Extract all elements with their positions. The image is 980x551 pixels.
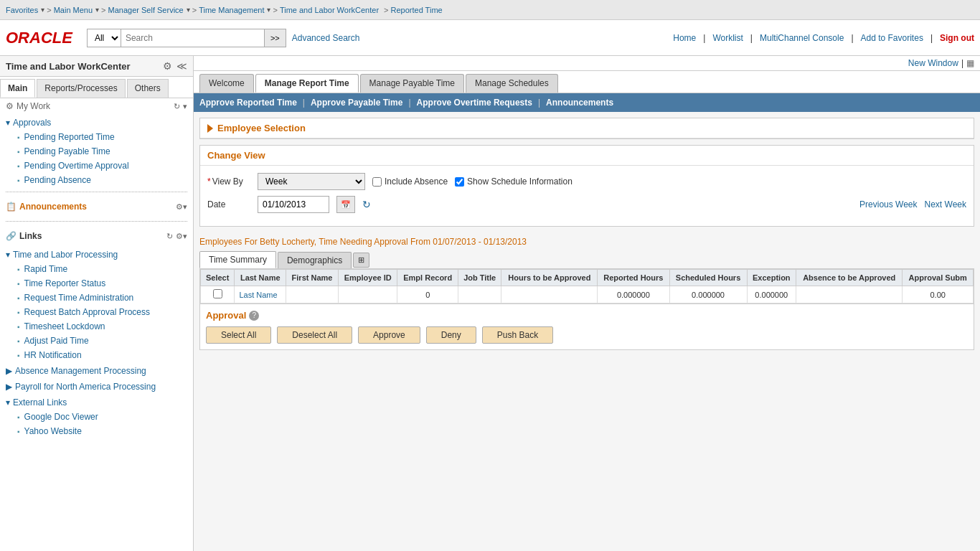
search-scope-dropdown[interactable]: All <box>87 29 121 47</box>
tab-manage-payable-time[interactable]: Manage Payable Time <box>360 74 464 93</box>
approvals-collapse-icon: ▾ <box>6 118 10 128</box>
employees-header: Employees For Betty Locherty, Time Needi… <box>199 232 974 251</box>
approval-help-icon[interactable]: ? <box>249 311 259 321</box>
my-work-settings-btn[interactable]: ▾ <box>183 102 187 111</box>
row-select-checkbox[interactable] <box>213 289 222 298</box>
approve-reported-link[interactable]: Approve Reported Time <box>199 98 297 108</box>
favorites-link[interactable]: Favorites <box>6 6 38 14</box>
sidebar-item-time-reporter[interactable]: ▪ Time Reporter Status <box>0 276 193 291</box>
tab-manage-schedules[interactable]: Manage Schedules <box>466 74 558 93</box>
payroll-processing-header[interactable]: ▶ Payroll for North America Processing <box>0 380 193 394</box>
sidebar-item-request-batch[interactable]: ▪ Request Batch Approval Process <box>0 305 193 319</box>
external-links-group: ▾ External Links ▪ Google Doc Viewer ▪ Y… <box>0 395 193 438</box>
multichannel-link[interactable]: MultiChannel Console <box>760 33 844 43</box>
sidebar-item-pending-absence[interactable]: ▪ Pending Absence <box>0 173 193 187</box>
tab-reports-processes[interactable]: Reports/Processes <box>37 79 125 98</box>
col-job-title: Job Title <box>458 270 501 286</box>
date-input[interactable] <box>258 196 329 213</box>
include-absence-checkbox[interactable] <box>372 177 382 187</box>
sidebar-item-timesheet-lockdown[interactable]: ▪ Timesheet Lockdown <box>0 319 193 334</box>
payroll-processing-group: ▶ Payroll for North America Processing <box>0 380 193 394</box>
time-labor-processing-header[interactable]: ▾ Time and Labor Processing <box>0 248 193 262</box>
approve-payable-link[interactable]: Approve Payable Time <box>311 98 403 108</box>
col-exception: Exception <box>747 270 796 286</box>
include-absence-area: Include Absence <box>372 176 448 187</box>
sidebar-item-yahoo[interactable]: ▪ Yahoo Website <box>0 424 193 438</box>
links-title: 🔗 Links <box>6 231 42 241</box>
sidebar-item-pending-reported[interactable]: ▪ Pending Reported Time <box>0 130 193 144</box>
manager-self-service-link[interactable]: Manager Self Service <box>108 6 184 14</box>
date-row: Date 📅 ↻ Previous Week Next Week <box>207 196 966 213</box>
cell-last-name[interactable]: Last Name <box>235 286 286 303</box>
search-go-button[interactable]: >> <box>265 29 286 47</box>
add-favorites-link[interactable]: Add to Favorites <box>861 33 923 43</box>
col-scheduled-hours: Scheduled Hours <box>669 270 747 286</box>
approvals-group-header[interactable]: ▾ Approvals <box>0 116 193 130</box>
external-links-header[interactable]: ▾ External Links <box>0 395 193 410</box>
item-icon: ▪ <box>17 323 20 331</box>
item-icon: ▪ <box>17 176 20 184</box>
calendar-button[interactable]: 📅 <box>336 196 355 213</box>
absence-management-header[interactable]: ▶ Absence Management Processing <box>0 364 193 378</box>
reported-time-link[interactable]: Reported Time <box>391 6 443 14</box>
sidebar-item-hr-notification[interactable]: ▪ HR Notification <box>0 348 193 362</box>
next-week-link[interactable]: Next Week <box>925 199 966 209</box>
tab-others[interactable]: Others <box>127 79 169 98</box>
sidebar-item-google-doc[interactable]: ▪ Google Doc Viewer <box>0 410 193 424</box>
settings-icon[interactable]: ⚙ <box>163 60 172 72</box>
content-area: Employee Selection Change View View By W… <box>194 112 980 356</box>
advanced-search-link[interactable]: Advanced Search <box>292 33 360 43</box>
my-work-controls: ↻ ▾ <box>174 102 187 111</box>
announcements-header: 📋 Announcements ⚙▾ <box>0 199 193 214</box>
home-link[interactable]: Home <box>673 33 696 43</box>
approve-overtime-link[interactable]: Approve Overtime Requests <box>417 98 532 108</box>
deny-button[interactable]: Deny <box>426 326 476 344</box>
show-schedule-checkbox[interactable] <box>455 177 464 187</box>
grid-view-icon[interactable]: ▦ <box>966 58 974 68</box>
cell-absence-to-approve <box>796 286 903 303</box>
main-content: New Window | ▦ Welcome Manage Report Tim… <box>194 56 980 551</box>
sign-out-link[interactable]: Sign out <box>940 33 974 43</box>
ext-links-title: External Links <box>13 397 67 408</box>
deselect-all-button[interactable]: Deselect All <box>277 326 352 344</box>
time-labor-workcenter-link[interactable]: Time and Labor WorkCenter <box>280 6 379 14</box>
my-work-header: ⚙ My Work ↻ ▾ <box>0 98 193 114</box>
previous-week-link[interactable]: Previous Week <box>859 199 917 209</box>
cell-hours-to-approve <box>501 286 598 303</box>
push-back-button[interactable]: Push Back <box>482 326 553 344</box>
my-work-refresh-btn[interactable]: ↻ <box>174 102 180 111</box>
change-view-panel: Change View View By Week Day Month Inclu… <box>199 145 974 227</box>
search-input[interactable] <box>121 29 265 47</box>
tab-demographics[interactable]: Demographics <box>278 252 352 268</box>
refresh-button[interactable]: ↻ <box>362 199 371 210</box>
payroll-title: Payroll for North America Processing <box>15 382 156 392</box>
column-chooser-icon[interactable]: ⊞ <box>353 253 369 268</box>
tab-time-summary[interactable]: Time Summary <box>199 251 276 268</box>
view-by-select[interactable]: Week Day Month <box>258 173 365 190</box>
sidebar-item-request-time-admin[interactable]: ▪ Request Time Administration <box>0 291 193 305</box>
sidebar-item-pending-payable[interactable]: ▪ Pending Payable Time <box>0 144 193 159</box>
sidebar-item-adjust-paid[interactable]: ▪ Adjust Paid Time <box>0 334 193 348</box>
main-menu-link[interactable]: Main Menu <box>54 6 93 14</box>
announcements-nav-link[interactable]: Announcements <box>546 98 613 108</box>
new-window-link[interactable]: New Window <box>908 58 958 68</box>
links-settings-btn[interactable]: ⚙▾ <box>176 232 187 241</box>
select-all-button[interactable]: Select All <box>206 326 271 344</box>
sidebar-title: Time and Labor WorkCenter <box>6 61 131 72</box>
employee-selection-header[interactable]: Employee Selection <box>200 118 974 138</box>
time-management-link[interactable]: Time Management <box>199 6 264 14</box>
worklist-link[interactable]: Worklist <box>712 33 743 43</box>
collapse-icon[interactable]: ≪ <box>176 60 187 72</box>
breadcrumb: Favorites ▾ > Main Menu ▾ > Manager Self… <box>0 0 980 20</box>
links-refresh-btn[interactable]: ↻ <box>166 232 173 241</box>
announcements-settings-btn[interactable]: ⚙▾ <box>176 202 187 212</box>
sidebar-item-rapid-time[interactable]: ▪ Rapid Time <box>0 262 193 276</box>
new-window-bar: New Window | ▦ <box>194 56 980 71</box>
approve-button[interactable]: Approve <box>358 326 420 344</box>
tab-welcome[interactable]: Welcome <box>199 74 254 93</box>
tab-manage-report-time[interactable]: Manage Report Time <box>255 74 359 93</box>
col-hours-to-approve: Hours to be Approved <box>501 270 598 286</box>
cell-reported-hours: 0.000000 <box>598 286 669 303</box>
sidebar-item-pending-overtime[interactable]: ▪ Pending Overtime Approval <box>0 159 193 173</box>
tab-main[interactable]: Main <box>0 79 35 98</box>
